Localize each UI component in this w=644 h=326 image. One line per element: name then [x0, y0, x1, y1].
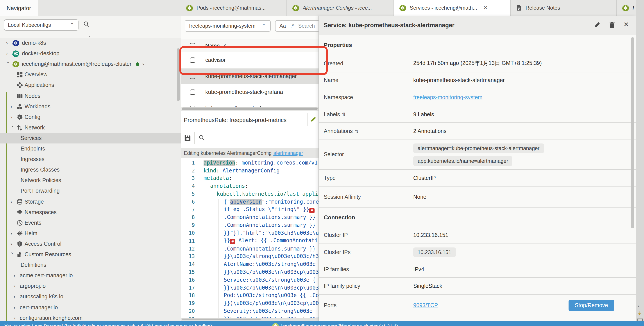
table-row-kube-prometheus-stack-grafana[interactable]: kube-prometheus-stack-grafana — [181, 84, 318, 101]
sidebar-item-port-forwarding[interactable]: Port Forwarding — [0, 186, 181, 196]
sidebar-item-label: docker-desktop — [22, 50, 60, 56]
panel-scrollbar[interactable] — [631, 37, 634, 228]
chevron-right-icon[interactable]: › — [14, 315, 18, 320]
sidebar-item-network-policies[interactable]: Network Policies — [0, 175, 181, 186]
sidebar-item-argoproj-io[interactable]: ›argoproj.io — [0, 281, 181, 292]
sidebar-item-access-control[interactable]: › Access Control — [0, 239, 181, 249]
chevron-right-icon[interactable]: › — [14, 273, 18, 278]
stop-remove-button[interactable]: Stop/Remove — [569, 300, 614, 311]
code-text: .CommonAnnotations.summary }} — [204, 222, 316, 228]
chevron-right-icon[interactable]: › — [142, 62, 147, 67]
edit-pencil-icon[interactable] — [310, 116, 317, 122]
code-text: metadata: — [204, 175, 232, 182]
row-value: 9 Labels — [413, 111, 434, 117]
namespace-link[interactable]: freeleaps-monitoring-system — [413, 94, 482, 100]
scrollbar-thumb[interactable] — [182, 108, 318, 110]
chevron-right-icon[interactable]: › — [10, 241, 15, 246]
chevron-right-icon[interactable]: › — [6, 51, 10, 56]
sidebar-item-config[interactable]: › Config — [0, 112, 181, 122]
sidebar-item-label: Workloads — [24, 103, 50, 110]
sidebar-item-configuration-konghq-com[interactable]: ›configuration.konghq.com — [0, 312, 181, 321]
code-line: 13}}\u003c/strong\u003e\u003c/h3 — [181, 252, 318, 260]
regex-icon[interactable]: .* — [290, 23, 294, 29]
sidebar-item-endpoints[interactable]: Endpoints — [0, 144, 181, 154]
sidebar-item-ingress-classes[interactable]: Ingress Classes — [0, 164, 181, 175]
sidebar-item-label: autoscaling.k8s.io — [20, 294, 64, 300]
navigator-pane-tab[interactable]: Navigator — [0, 0, 38, 16]
warning-icon[interactable]: ⚠ — [638, 311, 642, 316]
editing-resource-link[interactable]: alertmanager — [273, 150, 303, 156]
save-icon[interactable] — [184, 135, 191, 141]
sidebar-item-workloads[interactable]: › Workloads — [0, 101, 181, 112]
chevron-right-icon[interactable]: › — [14, 284, 18, 289]
tab-release-notes[interactable]: Release Notes — [511, 0, 617, 16]
editor-horizontal-scrollbar[interactable] — [181, 318, 318, 321]
active-cluster-text[interactable]: icecheng@mathmast.com@freeleaps-cluster … — [281, 323, 398, 326]
sidebar-item-applications[interactable]: Applications — [0, 80, 181, 90]
chevron-right-icon[interactable]: › — [14, 305, 18, 310]
namespace-select[interactable]: freeleaps-monitoring-system › — [185, 20, 271, 32]
chevron-down-icon[interactable]: › — [10, 252, 15, 257]
sort-toggle-icon[interactable]: ⇅ — [342, 112, 346, 117]
search-icon[interactable] — [83, 21, 90, 27]
sidebar-item-icecheng-mathmast-com-freele[interactable]: › icecheng@mathmast.com@freeleaps-cluste… — [0, 59, 181, 69]
kubeconfig-select[interactable]: Local Kubeconfigs › — [4, 19, 78, 31]
line-number: 13 — [181, 254, 195, 260]
chevron-right-icon[interactable]: › — [10, 104, 15, 109]
sidebar-item-definitions[interactable]: Definitions — [0, 260, 181, 270]
table-horizontal-scrollbar[interactable] — [181, 107, 318, 110]
sidebar-item-cert-manager-io[interactable]: ›cert-manager.io — [0, 302, 181, 312]
scrollbar-thumb[interactable] — [182, 318, 260, 320]
close-icon[interactable]: ✕ — [483, 5, 488, 11]
sidebar-item-helm[interactable]: › Helm — [0, 228, 181, 239]
line-number: 2 — [181, 168, 195, 174]
status-bar: You're using Lens Personal (for individu… — [0, 321, 644, 326]
tab-alertmanager-configs-ice[interactable]: Alertmanager Configs - icec... — [287, 0, 394, 16]
port-link[interactable]: 9093/TCP — [413, 302, 438, 309]
sidebar-item-acme-cert-manager-io[interactable]: ›acme.cert-manager.io — [0, 270, 181, 281]
namespace-select-value: freeleaps-monitoring-system — [189, 23, 256, 29]
sidebar-item-events[interactable]: Events — [0, 218, 181, 228]
yaml-editor[interactable]: 1apiVersion: monitoring.coreos.com/v12ki… — [181, 158, 318, 318]
row-checkbox[interactable] — [190, 90, 195, 95]
kubernetes-icon — [272, 322, 279, 326]
sidebar-item-autoscaling-k8s-io[interactable]: ›autoscaling.k8s.io — [0, 292, 181, 302]
search-icon[interactable] — [199, 135, 205, 141]
sidebar-item-docker-desktop[interactable]: › docker-desktop — [0, 48, 181, 59]
sidebar-item-demo-k8s[interactable]: › demo-k8s — [0, 38, 181, 48]
chevron-right-icon[interactable]: › — [6, 40, 10, 46]
collapse-chevron-icon[interactable]: ⌄ — [88, 33, 91, 38]
sidebar-item-services[interactable]: Services — [0, 133, 181, 144]
edit-pencil-icon[interactable] — [594, 22, 600, 28]
sidebar-item-nodes[interactable]: Nodes — [0, 90, 181, 101]
tab-label: Release Notes — [526, 5, 560, 11]
search-input[interactable]: Aa .* Search — [275, 20, 318, 32]
table-row-kube-prometheus-stack-[interactable]: kube-prometheus-stack-... — [181, 100, 318, 107]
sidebar-item-ingresses[interactable]: Ingresses — [0, 154, 181, 164]
code-token: ":"monitoring.core — [262, 199, 318, 205]
tab-services-icecheng-math-[interactable]: Services - icecheng@math...✕ — [394, 0, 511, 16]
chevron-right-icon[interactable]: › — [10, 199, 15, 204]
close-icon[interactable]: ✕ — [624, 20, 629, 28]
sidebar-item-label: Applications — [24, 82, 54, 88]
line-number: 15 — [181, 269, 195, 275]
chevron-right-icon[interactable]: › — [14, 294, 18, 300]
tab-pods-icecheng-mathmas-[interactable]: Pods - icecheng@mathmas... — [181, 0, 287, 16]
chevron-right-icon[interactable]: › — [10, 114, 15, 120]
sidebar-item-overview[interactable]: Overview — [0, 70, 181, 80]
code-token: .CommonAnnotations.summary }} — [224, 246, 316, 252]
match-case-icon[interactable]: Aa — [280, 23, 286, 29]
sidebar-item-namespaces[interactable]: Namespaces — [0, 207, 181, 218]
sidebar-item-storage[interactable]: › Storage — [0, 196, 181, 207]
sidebar-item-label: acme.cert-manager.io — [20, 272, 73, 278]
delete-trash-icon[interactable] — [609, 22, 616, 28]
sidebar-item-custom-resources[interactable]: › Custom Resources — [0, 249, 181, 260]
row-value: IPv4 — [413, 266, 424, 272]
sidebar-item-network[interactable]: › Network — [0, 122, 181, 133]
chevron-right-icon[interactable]: › — [10, 231, 15, 236]
code-token: .CommonAnnotations.summary }} — [224, 214, 316, 220]
chevron-down-icon[interactable]: › — [10, 126, 15, 130]
sort-toggle-icon[interactable]: ⇅ — [355, 129, 359, 134]
chevron-down-icon[interactable]: › — [6, 62, 11, 66]
chevron-left-icon[interactable]: ‹ — [638, 303, 639, 308]
